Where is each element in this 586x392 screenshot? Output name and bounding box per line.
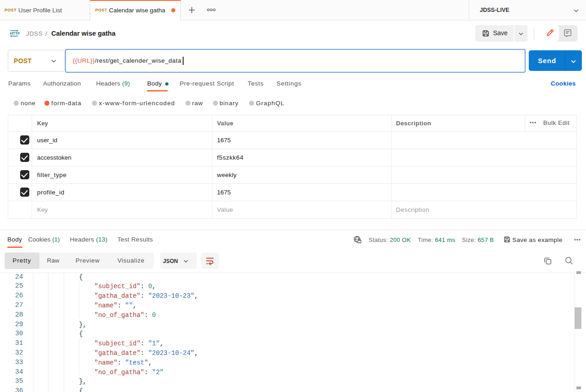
- svg-text:HTTP: HTTP: [10, 31, 20, 36]
